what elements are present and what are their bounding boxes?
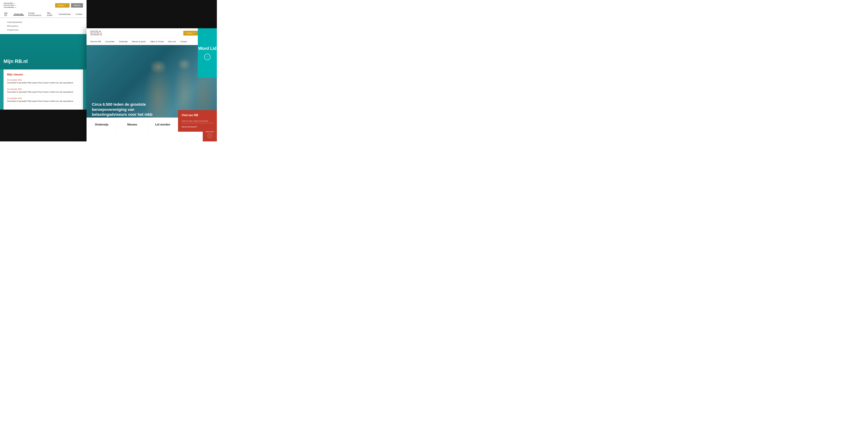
word-lid-arrow-icon: → bbox=[204, 54, 211, 60]
back-nav-lidmaatschap[interactable]: Lidmaatschap bbox=[58, 13, 71, 15]
front-header: REGISTER BELASTING ADVISEURS bbox=[87, 28, 217, 38]
back-dropdown-rbacademy[interactable]: RB Academy bbox=[7, 24, 83, 28]
black-bottom bbox=[0, 110, 87, 141]
front-nav-vind-rb[interactable]: Vind een RB bbox=[90, 40, 101, 42]
naar-boven-arrow-icon: ↑ bbox=[208, 134, 212, 138]
page-container: REGISTER ▪▪ BELASTING ▪▪ ADVISEURS ▪▪ Zo… bbox=[0, 0, 217, 141]
front-nav-lid-worden[interactable]: Lid worden bbox=[105, 40, 115, 42]
vind-rb-title: Vind een RB bbox=[182, 114, 213, 117]
back-site: REGISTER ▪▪ BELASTING ▪▪ ADVISEURS ▪▪ Zo… bbox=[0, 0, 87, 110]
naar-boven-button[interactable]: Naar boven ↑ bbox=[203, 127, 217, 141]
bottom-card-onderwijs[interactable]: Onderwijs bbox=[87, 118, 117, 132]
back-nav: Mijn RB Onderwijs Fiscaal Kenniscentrum … bbox=[0, 10, 87, 18]
front-nav-cijfers-trends[interactable]: Cijfers & Trends bbox=[150, 40, 164, 42]
front-bottom-cards: Onderwijs Nieuws Lid worden bbox=[87, 118, 178, 132]
back-zoeken-button[interactable]: Zoeken 🔍 bbox=[55, 3, 70, 8]
front-zoeken-button[interactable]: Zoeken 🔍 bbox=[183, 31, 199, 35]
back-logo: REGISTER ▪▪ BELASTING ▪▪ ADVISEURS ▪▪ bbox=[3, 2, 17, 8]
back-dropdown: Onderwijsaanbod RB Academy Programma's bbox=[0, 18, 87, 34]
back-news-title: Mijn nieuws bbox=[7, 73, 80, 76]
front-nav-contact[interactable]: Contact bbox=[180, 40, 187, 42]
back-hero-title: Mijn RB.nl bbox=[3, 58, 28, 64]
back-news-panel: Mijn nieuws 22 november 2021 Generalist … bbox=[3, 69, 83, 110]
vind-rb-input[interactable] bbox=[182, 119, 213, 123]
front-nav-onderwijs[interactable]: Onderwijs bbox=[119, 40, 127, 42]
bottom-card-lid-worden[interactable]: Lid worden bbox=[148, 118, 178, 132]
back-dropdown-onderwijsaanbod[interactable]: Onderwijsaanbod bbox=[7, 20, 83, 24]
front-nav: Vind een RB Lid worden Onderwijs Nieuws … bbox=[87, 38, 217, 45]
front-site: REGISTER BELASTING ADVISEURS bbox=[87, 28, 217, 141]
back-nav-mijnprofiel[interactable]: Mijn profiel bbox=[46, 12, 54, 16]
back-news-text-3[interactable]: Generalist of specialist? Btw-expert Pau… bbox=[7, 100, 80, 105]
back-news-date-2: 22 november 2021 bbox=[7, 88, 80, 90]
front-nav-nieuws-opinie[interactable]: Nieuws & opinie bbox=[132, 40, 146, 42]
search-icon: 🔍 bbox=[65, 4, 67, 6]
front-hero: Circa 6.500 leden de grootste beroepsver… bbox=[87, 45, 217, 132]
back-welkom-button[interactable]: Welkom bbox=[71, 3, 83, 8]
back-nav-mijnrb[interactable]: Mijn RB bbox=[3, 12, 10, 16]
bottom-card-nieuws[interactable]: Nieuws bbox=[117, 118, 148, 132]
back-hero: Mijn RB.nl bbox=[0, 34, 87, 69]
back-nav-fiscaal[interactable]: Fiscaal Kenniscentrum bbox=[28, 12, 43, 16]
front-logo: REGISTER BELASTING ADVISEURS bbox=[90, 30, 102, 35]
back-header-right: Zoeken 🔍 Welkom bbox=[55, 3, 83, 8]
back-news-text-1[interactable]: Generalist of specialist? Btw-expert Pau… bbox=[7, 82, 80, 86]
hero-title: Circa 6.500 leden de grootste beroepsver… bbox=[92, 102, 166, 117]
back-news-date-1: 22 november 2021 bbox=[7, 79, 80, 81]
word-lid-button[interactable]: Word Lid → bbox=[198, 28, 217, 78]
back-news-date-3: 22 november 2021 bbox=[7, 97, 80, 100]
back-header: REGISTER ▪▪ BELASTING ▪▪ ADVISEURS ▪▪ Zo… bbox=[0, 0, 87, 10]
back-nav-onderwijs[interactable]: Onderwijs bbox=[13, 13, 24, 16]
vind-rb-link[interactable]: Sta jij al hiertussen? bbox=[182, 126, 197, 128]
back-dropdown-programmas[interactable]: Programma's bbox=[7, 28, 83, 32]
back-news-text-2[interactable]: Generalist of specialist? Btw-expert Pau… bbox=[7, 91, 80, 95]
front-nav-over-ons[interactable]: Over ons bbox=[168, 40, 176, 42]
back-nav-contact[interactable]: Contact bbox=[75, 13, 83, 15]
search-icon: 🔍 bbox=[193, 32, 196, 34]
naar-boven-text: Naar boven bbox=[206, 131, 214, 133]
word-lid-text: Word Lid bbox=[198, 46, 217, 51]
